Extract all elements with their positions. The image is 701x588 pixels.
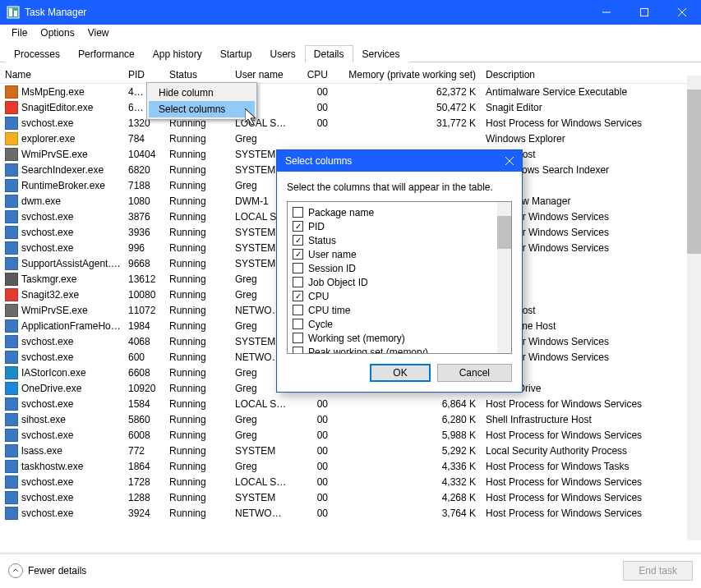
table-row[interactable]: svchost.exe6008RunningGreg005,988 KHost …: [0, 427, 701, 443]
column-option[interactable]: Peak working set (memory): [293, 345, 492, 353]
process-icon: [5, 101, 18, 114]
column-option[interactable]: ✓User name: [293, 247, 492, 261]
process-name: svchost.exe: [21, 242, 73, 254]
horizontal-scrollbar[interactable]: ◂ ▸: [0, 552, 701, 554]
table-row[interactable]: svchost.exe1288RunningSYSTEM004,268 KHos…: [0, 489, 701, 505]
svg-rect-2: [14, 11, 17, 16]
table-row[interactable]: lsass.exe772RunningSYSTEM005,292 KLocal …: [0, 443, 701, 458]
header-pid[interactable]: PID: [123, 66, 164, 84]
tab-details[interactable]: Details: [305, 45, 353, 62]
titlebar[interactable]: Task Manager: [0, 0, 701, 25]
table-row[interactable]: svchost.exe1728RunningLOCAL SE…004,332 K…: [0, 474, 701, 489]
svg-rect-4: [641, 9, 648, 16]
process-status: Running: [164, 179, 230, 192]
menu-view[interactable]: View: [81, 25, 116, 40]
tab-performance[interactable]: Performance: [69, 45, 144, 62]
tab-startup[interactable]: Startup: [211, 45, 261, 62]
table-row[interactable]: svchost.exe1584RunningLOCAL SE…006,864 K…: [0, 396, 701, 411]
column-option[interactable]: ✓CPU: [293, 289, 492, 303]
dialog-title: Select columns: [285, 155, 352, 167]
process-description: Local Security Authority Process: [481, 444, 701, 457]
column-option[interactable]: ✓PID: [293, 219, 492, 233]
dialog-scrollbar-thumb[interactable]: [497, 216, 511, 249]
column-option[interactable]: Session ID: [293, 261, 492, 275]
process-memory: 31,772 K: [333, 117, 481, 130]
menu-options[interactable]: Options: [34, 25, 81, 40]
menubar: File Options View: [0, 25, 701, 41]
process-memory: 5,292 K: [333, 444, 481, 457]
process-name: WmiPrvSE.exe: [21, 149, 88, 160]
tab-processes[interactable]: Processes: [5, 45, 69, 62]
maximize-button[interactable]: [625, 0, 663, 25]
process-status: Running: [164, 304, 230, 317]
process-name: svchost.exe: [21, 492, 73, 503]
checkbox-icon: [293, 207, 303, 218]
column-option[interactable]: CPU time: [293, 303, 492, 317]
cancel-button[interactable]: Cancel: [437, 364, 512, 382]
scrollbar-thumb[interactable]: [687, 90, 701, 254]
table-row[interactable]: svchost.exe1320RunningLOCAL SE…0031,772 …: [0, 115, 701, 131]
table-row[interactable]: explorer.exe784RunningGregWindows Explor…: [0, 131, 701, 146]
context-hide-column[interactable]: Hide column: [149, 85, 255, 101]
process-pid: 11072: [123, 304, 164, 317]
scroll-left-icon[interactable]: ◂: [2, 554, 7, 554]
process-cpu: 00: [292, 491, 333, 504]
process-icon: [5, 351, 18, 364]
column-option-label: PID: [308, 221, 325, 232]
table-row[interactable]: taskhostw.exe1864RunningGreg004,336 KHos…: [0, 458, 701, 474]
process-description: Shell Infrastructure Host: [481, 413, 701, 426]
table-row[interactable]: SnagitEditor.exe6…0050,472 KSnagit Edito…: [0, 99, 701, 115]
process-name: explorer.exe: [21, 133, 75, 145]
process-status: Running: [164, 475, 230, 489]
column-option-label: CPU time: [308, 305, 350, 316]
process-name: svchost.exe: [21, 227, 73, 238]
header-description[interactable]: Description: [481, 66, 687, 84]
column-option[interactable]: Working set (memory): [293, 331, 492, 345]
minimize-button[interactable]: [588, 0, 625, 25]
process-user: Greg: [230, 460, 292, 473]
header-memory[interactable]: Memory (private working set): [333, 66, 481, 84]
process-memory: 62,372 K: [333, 85, 481, 99]
fewer-details-label: Fewer details: [28, 565, 86, 577]
column-options-list: Package name✓PID✓Status✓User nameSession…: [287, 201, 512, 354]
table-row[interactable]: svchost.exe3924RunningNETWORK…003,764 KH…: [0, 505, 701, 521]
fewer-details-button[interactable]: Fewer details: [8, 563, 86, 578]
end-task-button[interactable]: End task: [623, 561, 693, 581]
tab-services[interactable]: Services: [353, 45, 409, 62]
table-row[interactable]: sihost.exe5860RunningGreg006,280 KShell …: [0, 411, 701, 427]
process-pid: 1728: [123, 475, 164, 489]
process-pid: 6608: [123, 366, 164, 379]
close-button[interactable]: [663, 0, 701, 25]
process-status: Running: [164, 397, 230, 411]
column-option[interactable]: Cycle: [293, 317, 492, 331]
dialog-titlebar[interactable]: Select columns: [277, 150, 522, 172]
dialog-close-icon[interactable]: [505, 157, 514, 165]
header-name[interactable]: Name: [0, 66, 123, 84]
context-select-columns[interactable]: Select columns: [149, 101, 255, 117]
column-option[interactable]: ✓Status: [293, 233, 492, 247]
tab-app-history[interactable]: App history: [144, 45, 211, 62]
process-pid: 6008: [123, 429, 164, 442]
process-cpu: 00: [292, 475, 333, 489]
process-pid: 7188: [123, 179, 164, 192]
process-name: taskhostw.exe: [21, 461, 83, 472]
column-option[interactable]: Package name: [293, 205, 492, 219]
column-option[interactable]: Job Object ID: [293, 275, 492, 289]
header-cpu[interactable]: CPU: [292, 66, 333, 84]
process-description: Host Process for Windows Services: [481, 117, 701, 130]
menu-file[interactable]: File: [5, 25, 34, 40]
ok-button[interactable]: OK: [370, 364, 430, 382]
checkbox-icon: [293, 333, 303, 343]
header-user[interactable]: User name: [230, 66, 292, 84]
tab-users[interactable]: Users: [261, 45, 304, 62]
header-status[interactable]: Status: [164, 66, 230, 84]
process-description: Host Process for Windows Tasks: [481, 460, 701, 473]
process-name: svchost.exe: [21, 430, 73, 441]
process-status: Running: [164, 163, 230, 177]
dialog-scrollbar[interactable]: [497, 202, 511, 353]
process-memory: [333, 138, 481, 140]
scroll-right-icon[interactable]: ▸: [694, 554, 699, 554]
vertical-scrollbar[interactable]: [687, 76, 701, 540]
checkbox-icon: [293, 263, 303, 273]
table-row[interactable]: MsMpEng.exe4…M0062,372 KAntimalware Serv…: [0, 84, 701, 99]
